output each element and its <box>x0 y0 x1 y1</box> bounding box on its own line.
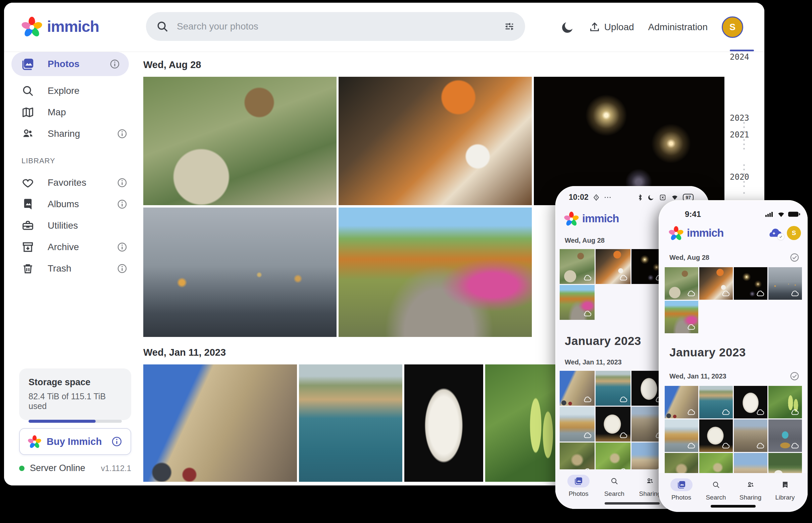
sidebar-item-favorites[interactable]: Favorites <box>4 172 136 194</box>
photo-marble-bust[interactable] <box>734 386 767 418</box>
photo-green-sea-grapes[interactable] <box>485 364 562 482</box>
photo-fireworks-night-sky[interactable] <box>734 267 767 300</box>
photo-tiered-cupcake-stand[interactable] <box>768 419 802 452</box>
select-check-circle-icon[interactable] <box>790 371 799 381</box>
sidebar-label: Map <box>48 107 127 118</box>
info-icon[interactable] <box>117 242 127 252</box>
search-input[interactable] <box>176 21 496 32</box>
date-group-header: Wed, Aug 28 <box>143 59 764 71</box>
sidebar-label: Favorites <box>48 177 103 188</box>
photo-coastal-fort-and-sea[interactable] <box>595 371 630 405</box>
administration-link[interactable]: Administration <box>648 22 708 33</box>
photo-autumn-garden-path[interactable] <box>339 208 532 337</box>
photo-coastal-fort-and-sea[interactable] <box>699 386 733 418</box>
nav-item-photos[interactable]: Photos <box>563 475 593 498</box>
immich-flower-icon <box>564 211 579 226</box>
timeline-year[interactable]: 2020 <box>730 172 749 182</box>
photo-monkeys-on-jungle-rocks[interactable] <box>665 267 698 300</box>
photo-couple-holding-hands[interactable] <box>768 267 802 300</box>
photos-icon <box>574 477 583 485</box>
search-bar[interactable] <box>146 12 525 41</box>
buy-immich-button[interactable]: Buy Immich <box>19 428 131 455</box>
photo-couple-holding-hands[interactable] <box>143 208 336 337</box>
storage-progress-bar <box>29 420 122 423</box>
top-bar: immich Upload Administration <box>4 3 764 52</box>
no-sim-icon <box>659 194 667 201</box>
storage-usage: 82.4 TiB of 115.1 TiB used <box>29 392 122 411</box>
info-icon[interactable] <box>117 177 127 188</box>
nav-item-search[interactable]: Search <box>701 479 731 501</box>
storage-card: Storage space 82.4 TiB of 115.1 TiB used <box>19 368 131 420</box>
cloud-backup-icon <box>756 290 764 297</box>
select-check-circle-icon[interactable] <box>790 252 799 263</box>
nav-item-sharing[interactable]: Sharing <box>736 479 766 501</box>
phone2-time: 9:41 <box>685 210 701 219</box>
sidebar-item-trash[interactable]: Trash <box>4 258 136 279</box>
cloud-backup-icon <box>756 443 764 449</box>
storage-title: Storage space <box>29 377 122 387</box>
server-online-dot <box>19 466 24 471</box>
photo-monkeys-on-jungle-rocks[interactable] <box>143 77 336 205</box>
sidebar-item-archive[interactable]: Archive <box>4 236 136 258</box>
sidebar-item-explore[interactable]: Explore <box>4 80 136 102</box>
sidebar-label: Sharing <box>48 128 103 139</box>
photo-coastal-fort-and-sea[interactable] <box>299 364 402 482</box>
photo-marble-sculpture[interactable] <box>699 419 733 452</box>
photo-cliff-beach[interactable] <box>560 407 594 441</box>
photo-autumn-dinner-table[interactable] <box>699 267 733 300</box>
photo-fortress-walls-with-cars[interactable] <box>665 386 698 418</box>
photo-autumn-dinner-table[interactable] <box>595 249 630 284</box>
sidebar-item-utilities[interactable]: Utilities <box>4 215 136 236</box>
sidebar-item-map[interactable]: Map <box>4 102 136 123</box>
search-icon <box>610 477 618 485</box>
timeline-year[interactable]: 2021 <box>730 130 749 140</box>
photo-autumn-garden-path[interactable] <box>560 285 594 320</box>
photo-cliff-beach[interactable] <box>665 419 698 452</box>
phone2-month-header: January 2023 <box>659 334 808 359</box>
timeline-year[interactable]: 2023 <box>730 113 749 123</box>
cloud-backup-icon <box>619 274 627 281</box>
sharing-people-icon <box>746 481 755 489</box>
photo-marble-bust[interactable] <box>404 364 483 482</box>
albums-icon <box>21 198 34 211</box>
cloud-backup-icon <box>687 443 695 449</box>
filter-tune-icon[interactable] <box>504 21 515 32</box>
nav-item-library[interactable]: Library <box>770 479 800 501</box>
nav-item-search[interactable]: Search <box>599 475 629 498</box>
info-icon[interactable] <box>109 59 120 69</box>
timeline-year[interactable]: 2024 <box>730 52 749 62</box>
photo-marble-sculpture[interactable] <box>595 407 630 441</box>
photo-fortress-walls-with-cars[interactable] <box>143 364 297 482</box>
nav-item-photos[interactable]: Photos <box>667 479 696 501</box>
cloud-sync-icon[interactable] <box>767 227 782 239</box>
sidebar-item-photos[interactable]: Photos <box>12 52 129 76</box>
upload-label: Upload <box>604 22 634 33</box>
photo-autumn-garden-path[interactable] <box>665 301 698 333</box>
photo-stone-ruins[interactable] <box>734 419 767 452</box>
user-avatar[interactable]: S <box>722 16 743 38</box>
photo-fortress-walls-with-cars[interactable] <box>560 371 594 405</box>
sidebar-label: Trash <box>48 263 103 274</box>
brand-name: immich <box>582 212 619 225</box>
cloud-backup-icon <box>583 310 591 317</box>
user-avatar[interactable]: S <box>787 226 801 240</box>
dark-mode-moon-icon[interactable] <box>561 20 575 34</box>
photo-autumn-dinner-table[interactable] <box>339 77 532 205</box>
immich-logo[interactable]: immich <box>21 16 99 37</box>
photo-green-sea-grapes[interactable] <box>768 386 802 418</box>
immich-flower-icon <box>28 435 41 448</box>
phone1-time: 10:02 <box>569 193 589 202</box>
info-icon[interactable] <box>111 436 122 447</box>
sidebar-label: Photos <box>48 59 96 69</box>
upload-button[interactable]: Upload <box>589 21 634 33</box>
info-icon[interactable] <box>117 263 127 274</box>
info-icon[interactable] <box>117 128 127 139</box>
sidebar-item-sharing[interactable]: Sharing <box>4 123 136 144</box>
cloud-backup-icon <box>790 409 799 416</box>
heart-icon <box>21 176 34 189</box>
photo-monkeys-on-jungle-rocks[interactable] <box>560 249 594 284</box>
signal-icon <box>765 211 774 218</box>
cloud-backup-icon <box>721 290 730 297</box>
info-icon[interactable] <box>117 199 127 210</box>
sidebar-item-albums[interactable]: Albums <box>4 194 136 215</box>
